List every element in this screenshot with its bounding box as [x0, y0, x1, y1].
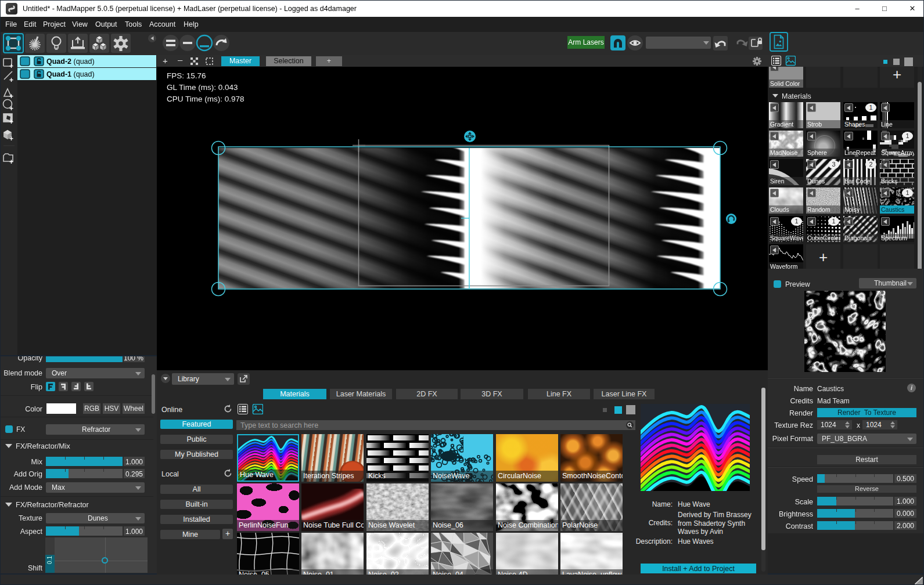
- svg-text:+: +: [9, 92, 13, 100]
- svg-text:+: +: [9, 62, 13, 70]
- svg-text:+: +: [9, 76, 13, 84]
- svg-text:+: +: [9, 135, 13, 143]
- svg-text:+: +: [9, 118, 13, 126]
- svg-text:+: +: [9, 104, 13, 113]
- svg-text:+: +: [9, 158, 13, 166]
